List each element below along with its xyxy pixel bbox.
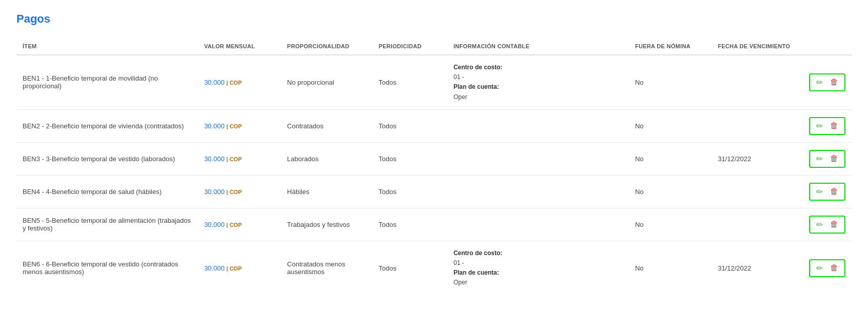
info-contable-content: Centro de costo: 01 - Plan de cuenta: Op… — [453, 248, 623, 288]
cell-fuera-nomina: No — [629, 175, 712, 208]
cell-fuera-nomina: No — [629, 55, 712, 109]
cell-actions: ✏ 🗑 — [803, 175, 852, 208]
actions-wrapper: ✏ 🗑 — [809, 117, 845, 135]
valor-currency: | COP — [226, 222, 242, 228]
cell-fecha-vencimiento — [712, 208, 803, 241]
cell-fecha-vencimiento — [712, 55, 803, 109]
table-row: BEN2 - 2-Beneficio temporal de vivienda … — [16, 109, 852, 142]
edit-icon: ✏ — [816, 121, 823, 131]
cell-item: BEN5 - 5-Beneficio temporal de alimentac… — [16, 208, 198, 241]
actions-wrapper: ✏ 🗑 — [809, 216, 845, 234]
valor-amount: 30.000 | COP — [204, 122, 242, 130]
delete-button[interactable]: 🗑 — [828, 153, 840, 164]
table-row: BEN5 - 5-Beneficio temporal de alimentac… — [16, 208, 852, 241]
centro-costo-value: 01 - — [453, 73, 464, 81]
page-container: Pagos ÍTEM VALOR MENSUAL PROPORCIONALIDA… — [0, 0, 868, 307]
edit-button[interactable]: ✏ — [814, 219, 825, 230]
edit-button[interactable]: ✏ — [814, 76, 825, 88]
actions-wrapper: ✏ 🗑 — [809, 73, 845, 91]
plan-cuenta-value: Oper — [453, 279, 467, 286]
cell-info-contable — [447, 175, 629, 208]
delete-button[interactable]: 🗑 — [828, 76, 840, 88]
delete-button[interactable]: 🗑 — [828, 219, 840, 230]
cell-actions: ✏ 🗑 — [803, 142, 852, 175]
table-header: ÍTEM VALOR MENSUAL PROPORCIONALIDAD PERI… — [16, 38, 852, 55]
delete-icon: 🗑 — [830, 220, 838, 229]
delete-button[interactable]: 🗑 — [828, 186, 840, 197]
edit-button[interactable]: ✏ — [814, 120, 825, 132]
col-header-valor: VALOR MENSUAL — [198, 38, 281, 55]
valor-amount: 30.000 | COP — [204, 188, 242, 196]
valor-amount: 30.000 | COP — [204, 221, 242, 228]
edit-icon: ✏ — [816, 78, 823, 87]
cell-item: BEN1 - 1-Beneficio temporal de movilidad… — [16, 55, 198, 109]
cell-fuera-nomina: No — [629, 241, 712, 295]
cell-fecha-vencimiento: 31/12/2022 — [712, 241, 803, 295]
col-header-period: PERIODICIDAD — [372, 38, 447, 55]
cell-item: BEN6 - 6-Beneficio temporal de vestido (… — [16, 241, 198, 295]
cell-valor: 30.000 | COP — [198, 142, 281, 175]
cell-periodicidad: Todos — [372, 241, 447, 295]
cell-proporcionalidad: Trabajados y festivos — [281, 208, 373, 241]
cell-valor: 30.000 | COP — [198, 241, 281, 295]
actions-wrapper: ✏ 🗑 — [809, 183, 845, 201]
col-header-actions — [803, 38, 852, 55]
valor-currency: | COP — [226, 265, 242, 272]
edit-icon: ✏ — [816, 263, 823, 273]
plan-cuenta-value: Oper — [453, 93, 467, 101]
cell-info-contable: Centro de costo: 01 - Plan de cuenta: Op… — [447, 241, 629, 295]
col-header-nomina: FUERA DE NÓMINA — [629, 38, 712, 55]
plan-cuenta-label: Plan de cuenta: — [453, 83, 499, 90]
delete-icon: 🗑 — [830, 187, 838, 196]
delete-button[interactable]: 🗑 — [828, 120, 840, 131]
delete-icon: 🗑 — [830, 263, 838, 273]
cell-proporcionalidad: Contratados menos ausentismos — [281, 241, 373, 295]
pagos-table: ÍTEM VALOR MENSUAL PROPORCIONALIDAD PERI… — [16, 38, 852, 295]
cell-actions: ✏ 🗑 — [803, 109, 852, 142]
valor-currency: | COP — [226, 156, 242, 162]
cell-valor: 30.000 | COP — [198, 175, 281, 208]
edit-button[interactable]: ✏ — [814, 186, 825, 198]
cell-info-contable — [447, 142, 629, 175]
cell-periodicidad: Todos — [372, 109, 447, 142]
actions-wrapper: ✏ 🗑 — [809, 150, 845, 168]
cell-proporcionalidad: Laborados — [281, 142, 373, 175]
info-contable-content: Centro de costo: 01 - Plan de cuenta: Op… — [453, 63, 623, 102]
cell-proporcionalidad: Contratados — [281, 109, 373, 142]
cell-valor: 30.000 | COP — [198, 208, 281, 241]
centro-costo-label: Centro de costo: — [453, 64, 502, 71]
cell-proporcionalidad: No proporcional — [281, 55, 373, 109]
actions-wrapper: ✏ 🗑 — [809, 259, 845, 277]
valor-amount: 30.000 | COP — [204, 155, 242, 163]
col-header-prop: PROPORCIONALIDAD — [281, 38, 373, 55]
cell-fecha-vencimiento — [712, 109, 803, 142]
table-row: BEN3 - 3-Beneficio temporal de vestido (… — [16, 142, 852, 175]
cell-periodicidad: Todos — [372, 175, 447, 208]
table-row: BEN4 - 4-Beneficio temporal de salud (há… — [16, 175, 852, 208]
cell-item: BEN2 - 2-Beneficio temporal de vivienda … — [16, 109, 198, 142]
valor-currency: | COP — [226, 123, 242, 129]
edit-button[interactable]: ✏ — [814, 262, 825, 274]
cell-valor: 30.000 | COP — [198, 55, 281, 109]
cell-fuera-nomina: No — [629, 109, 712, 142]
cell-periodicidad: Todos — [372, 55, 447, 109]
cell-fuera-nomina: No — [629, 208, 712, 241]
delete-icon: 🗑 — [830, 121, 838, 130]
delete-button[interactable]: 🗑 — [828, 262, 840, 274]
valor-amount: 30.000 | COP — [204, 79, 242, 86]
cell-info-contable — [447, 208, 629, 241]
valor-amount: 30.000 | COP — [204, 264, 242, 272]
edit-icon: ✏ — [816, 220, 823, 229]
centro-costo-value: 01 - — [453, 259, 464, 266]
edit-icon: ✏ — [816, 187, 823, 197]
cell-valor: 30.000 | COP — [198, 109, 281, 142]
valor-currency: | COP — [226, 189, 242, 195]
edit-button[interactable]: ✏ — [814, 153, 825, 165]
delete-icon: 🗑 — [830, 154, 838, 163]
table-row: BEN6 - 6-Beneficio temporal de vestido (… — [16, 241, 852, 295]
cell-actions: ✏ 🗑 — [803, 208, 852, 241]
centro-costo-label: Centro de costo: — [453, 249, 502, 257]
cell-proporcionalidad: Hábiles — [281, 175, 373, 208]
table-row: BEN1 - 1-Beneficio temporal de movilidad… — [16, 55, 852, 109]
cell-periodicidad: Todos — [372, 208, 447, 241]
